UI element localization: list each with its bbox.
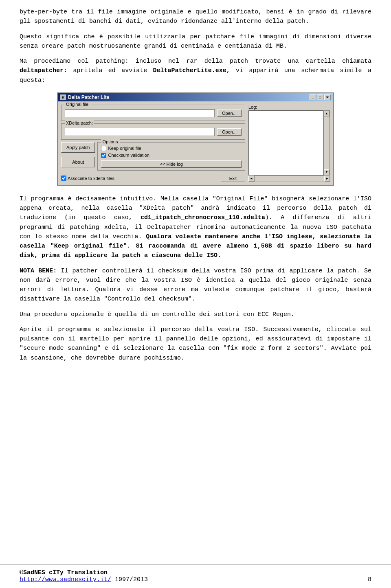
window-body: Original file: Open... XDelta patch: Ope… <box>58 101 333 185</box>
apply-patch-button[interactable]: Apply patch <box>61 142 95 153</box>
hscroll-right-arrow[interactable]: ► <box>324 176 330 182</box>
checksum-row: Checksum validation <box>101 153 242 158</box>
original-file-input[interactable] <box>65 109 215 117</box>
keep-original-row: Keep original file <box>101 146 242 151</box>
original-file-open-button[interactable]: Open... <box>217 110 242 117</box>
exit-button[interactable]: Exit <box>221 175 245 182</box>
p3-text2: apritela ed avviate <box>67 67 153 74</box>
options-label: Options: <box>101 139 120 144</box>
associate-label-row[interactable]: Associate to xdelta files <box>61 176 114 181</box>
xdelta-patch-group: XDelta patch: Open... <box>61 123 245 140</box>
options-group: Options: Keep original file Checksum val… <box>97 142 245 171</box>
page-content: byte-per-byte tra il file immagine origi… <box>0 0 391 393</box>
keep-original-checkbox[interactable] <box>101 146 106 151</box>
action-buttons: Apply patch About <box>61 142 95 171</box>
about-button[interactable]: About <box>61 157 95 167</box>
xdelta-patch-row: Open... <box>65 128 242 136</box>
p4-code: cd1_itpatch_chronocross_110.xdelta <box>141 214 265 221</box>
xdelta-open-button[interactable]: Open... <box>217 128 242 136</box>
scroll-up-arrow[interactable]: ▲ <box>324 111 329 116</box>
scroll-down-arrow[interactable]: ▼ <box>324 169 329 175</box>
paragraph-3: Ma procediamo col patching: incluso nel … <box>20 57 371 85</box>
xdelta-patch-input[interactable] <box>65 128 215 136</box>
original-file-label: Original file: <box>65 102 91 107</box>
app-icon: π <box>60 94 66 100</box>
p3-text1: Ma procediamo col patching: incluso nel … <box>20 58 371 65</box>
log-area <box>248 110 323 176</box>
hscroll-left-arrow[interactable]: ◄ <box>248 176 254 182</box>
minimize-button[interactable]: _ <box>310 94 316 100</box>
maximize-button[interactable]: □ <box>317 94 323 100</box>
original-file-group: Original file: Open... <box>61 105 245 121</box>
log-panel: Log: ▲ ▼ ◄ ► <box>248 105 330 182</box>
paragraph-7: Aprite il programma e selezionate il per… <box>20 325 371 363</box>
log-scrollbar[interactable]: ▲ ▼ <box>323 110 330 176</box>
footer-year: 1997/2013 <box>115 576 148 583</box>
original-file-row: Open... <box>65 109 242 117</box>
checksum-label: Checksum validation <box>108 153 149 158</box>
footer-link[interactable]: http://www.sadnescity.it/ <box>20 576 111 583</box>
middle-section: Apply patch About Options: Keep original… <box>61 142 245 171</box>
checksum-checkbox[interactable] <box>101 153 106 158</box>
p5-text: Il patcher controllerà il checksum della… <box>20 268 371 303</box>
associate-label: Associate to xdelta files <box>68 176 114 181</box>
paragraph-6: Una procedura opzionale è quella di un c… <box>20 310 371 319</box>
hscroll-row: ◄ ► <box>248 176 330 182</box>
window-controls[interactable]: _ □ ✕ <box>310 94 331 100</box>
bottom-row: Associate to xdelta files Exit <box>61 173 245 182</box>
delta-patcher-window: π Delta Patcher Lite _ □ ✕ Original file… <box>57 92 334 186</box>
window-title: Delta Patcher Lite <box>68 94 109 100</box>
p3-code: DeltaPatcherLite.exe <box>153 67 226 74</box>
log-label: Log: <box>248 105 330 110</box>
close-button[interactable]: ✕ <box>324 94 331 100</box>
titlebar-left: π Delta Patcher Lite <box>60 94 109 100</box>
keep-original-label: Keep original file <box>108 146 141 151</box>
hide-log-button[interactable]: << Hide log <box>101 160 242 168</box>
p4-text3: . <box>127 243 136 250</box>
window-titlebar: π Delta Patcher Lite _ □ ✕ <box>58 93 333 101</box>
paragraph-1: byte-per-byte tra il file immagine origi… <box>20 7 371 26</box>
page-number: 8 <box>368 576 371 583</box>
footer: ©SadNES cITy Translation http://www.sadn… <box>0 564 391 588</box>
xdelta-patch-label: XDelta patch: <box>65 121 94 125</box>
paragraph-2: Questo significa che è possibile utilizz… <box>20 32 371 51</box>
p5-bold: NOTA BENE: <box>20 268 57 274</box>
footer-brand: ©SadNES cITy Translation http://www.sadn… <box>20 569 371 583</box>
associate-checkbox[interactable] <box>61 176 66 181</box>
hscroll-track <box>254 176 324 182</box>
p4-bold2: "Keep original file" <box>51 243 127 250</box>
brand-text: ©SadNES cITy Translation <box>20 569 108 576</box>
p3-bold: deltapatcher: <box>20 67 67 74</box>
paragraph-5: NOTA BENE: Il patcher controllerà il che… <box>20 266 371 304</box>
win-left-panel: Original file: Open... XDelta patch: Ope… <box>61 105 245 182</box>
paragraph-4: Il programma è decisamente intuitivo. Me… <box>20 194 371 261</box>
